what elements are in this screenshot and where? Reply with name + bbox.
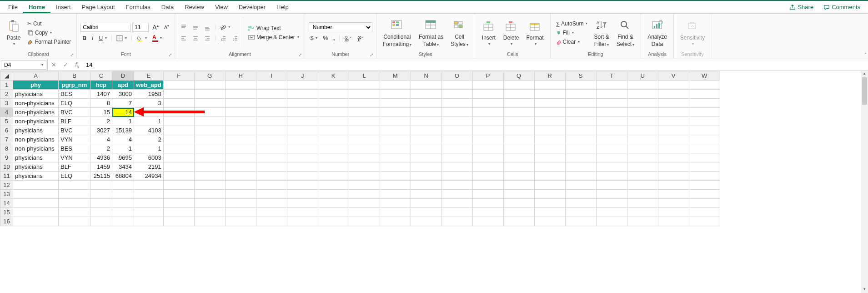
cell-Q9[interactable] (503, 153, 534, 162)
cell-V14[interactable] (658, 199, 689, 208)
cell-V5[interactable] (658, 117, 689, 126)
column-header-G[interactable]: G (194, 71, 225, 81)
cell-O4[interactable] (442, 108, 472, 117)
cell-U12[interactable] (627, 181, 658, 190)
cell-C2[interactable]: 1407 (90, 90, 112, 99)
cell-F1[interactable] (163, 81, 194, 90)
row-header-1[interactable]: 1 (0, 81, 13, 90)
cell-Q13[interactable] (503, 190, 534, 199)
column-header-E[interactable]: E (134, 71, 164, 81)
align-right-button[interactable] (202, 34, 212, 42)
cell-H11[interactable] (225, 172, 256, 181)
cell-P16[interactable] (472, 217, 503, 226)
cell-S8[interactable] (565, 144, 596, 153)
cell-K8[interactable] (318, 144, 349, 153)
cell-P3[interactable] (472, 99, 503, 108)
cell-Q10[interactable] (503, 162, 534, 172)
cell-I3[interactable] (256, 99, 287, 108)
cell-I6[interactable] (256, 126, 287, 135)
cell-V11[interactable] (658, 172, 689, 181)
cell-B7[interactable]: VYN (59, 135, 90, 144)
cell-I9[interactable] (256, 153, 287, 162)
cell-B1[interactable]: pgrp_nm (59, 81, 90, 90)
cell-O3[interactable] (442, 99, 472, 108)
cell-I14[interactable] (256, 199, 287, 208)
cell-J4[interactable] (287, 108, 318, 117)
cell-L7[interactable] (349, 135, 380, 144)
cell-M9[interactable] (380, 153, 411, 162)
comma-format-button[interactable]: , (331, 34, 336, 42)
cell-F15[interactable] (163, 208, 194, 217)
cell-W4[interactable] (689, 108, 720, 117)
column-header-D[interactable]: D (112, 71, 134, 81)
cell-Q6[interactable] (503, 126, 534, 135)
cell-G7[interactable] (194, 135, 225, 144)
cell-J2[interactable] (287, 90, 318, 99)
cell-N4[interactable] (411, 108, 442, 117)
cell-H13[interactable] (225, 190, 256, 199)
cell-E12[interactable] (134, 181, 164, 190)
cell-S5[interactable] (565, 117, 596, 126)
collapse-ribbon-button[interactable]: ˆ (865, 53, 866, 58)
cell-R3[interactable] (534, 99, 565, 108)
row-header-14[interactable]: 14 (0, 199, 13, 208)
cell-G15[interactable] (194, 208, 225, 217)
cell-K6[interactable] (318, 126, 349, 135)
cell-D2[interactable]: 3000 (112, 90, 134, 99)
cell-K15[interactable] (318, 208, 349, 217)
share-button[interactable]: Share (784, 1, 818, 13)
tab-home[interactable]: Home (23, 1, 50, 13)
cell-G9[interactable] (194, 153, 225, 162)
cell-Q1[interactable] (503, 81, 534, 90)
bold-button[interactable]: B (80, 34, 88, 42)
italic-button[interactable]: I (90, 34, 95, 42)
find-select-button[interactable]: Find & Select▾ (614, 17, 637, 48)
cell-L3[interactable] (349, 99, 380, 108)
font-name-input[interactable] (80, 23, 130, 32)
cell-O12[interactable] (442, 181, 472, 190)
cell-F13[interactable] (163, 190, 194, 199)
column-header-S[interactable]: S (565, 71, 596, 81)
cell-P12[interactable] (472, 181, 503, 190)
cell-H8[interactable] (225, 144, 256, 153)
cell-O11[interactable] (442, 172, 472, 181)
cell-R16[interactable] (534, 217, 565, 226)
cell-W2[interactable] (689, 90, 720, 99)
cell-P9[interactable] (472, 153, 503, 162)
cell-M16[interactable] (380, 217, 411, 226)
cell-Q12[interactable] (503, 181, 534, 190)
column-header-W[interactable]: W (689, 71, 720, 81)
cell-V15[interactable] (658, 208, 689, 217)
cell-G1[interactable] (194, 81, 225, 90)
formula-input[interactable] (83, 61, 868, 69)
row-header-4[interactable]: 4 (0, 108, 13, 117)
cell-T15[interactable] (596, 208, 627, 217)
cell-F4[interactable] (163, 108, 194, 117)
cell-O5[interactable] (442, 117, 472, 126)
cell-N6[interactable] (411, 126, 442, 135)
cell-S3[interactable] (565, 99, 596, 108)
tab-view[interactable]: View (210, 1, 233, 13)
cell-O1[interactable] (442, 81, 472, 90)
cell-I7[interactable] (256, 135, 287, 144)
row-header-12[interactable]: 12 (0, 181, 13, 190)
align-middle-button[interactable] (191, 23, 201, 31)
cell-R5[interactable] (534, 117, 565, 126)
row-header-6[interactable]: 6 (0, 126, 13, 135)
tab-data[interactable]: Data (156, 1, 179, 13)
tab-page-layout[interactable]: Page Layout (76, 1, 120, 13)
cell-C9[interactable]: 4936 (90, 153, 112, 162)
row-header-3[interactable]: 3 (0, 99, 13, 108)
cell-A12[interactable] (13, 181, 59, 190)
tab-developer[interactable]: Developer (233, 1, 271, 13)
cell-B16[interactable] (59, 217, 90, 226)
cell-S6[interactable] (565, 126, 596, 135)
cell-A16[interactable] (13, 217, 59, 226)
cell-W6[interactable] (689, 126, 720, 135)
cell-V2[interactable] (658, 90, 689, 99)
align-center-button[interactable] (191, 34, 201, 42)
cell-E10[interactable]: 2191 (134, 162, 164, 172)
row-header-15[interactable]: 15 (0, 208, 13, 217)
cell-C13[interactable] (90, 190, 112, 199)
cell-U15[interactable] (627, 208, 658, 217)
